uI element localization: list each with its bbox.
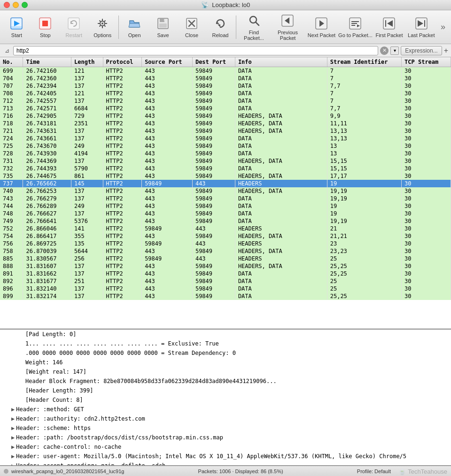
table-cell: HTTP2 — [103, 270, 142, 277]
col-header-tcp-stream[interactable]: TCP Stream — [402, 57, 451, 67]
table-row[interactable]: 74426.766289249HTTP244359849DATA1930 — [0, 202, 451, 210]
table-cell: 59849 — [192, 292, 235, 300]
table-cell: 443 — [142, 90, 193, 97]
col-header-no[interactable]: No. — [0, 57, 23, 67]
table-cell: HTTP2 — [103, 187, 142, 195]
table-cell: 30 — [402, 195, 451, 202]
detail-line[interactable]: ▶Header: :authority: cdn2.http2test.com — [0, 414, 451, 423]
table-cell: 59849 — [192, 217, 235, 225]
add-filter-button[interactable]: + — [444, 46, 448, 55]
minimize-window-button[interactable] — [13, 2, 19, 8]
table-cell: DATA — [235, 82, 327, 90]
filter-input[interactable] — [13, 46, 378, 55]
col-header-protocol[interactable]: Protocol — [103, 57, 142, 67]
expand-icon[interactable]: ▶ — [11, 461, 15, 466]
table-cell: 725 — [0, 142, 23, 150]
table-cell: 721 — [0, 127, 23, 135]
previous-packet-button[interactable]: Previous Packet — [271, 13, 305, 42]
table-row[interactable]: 72826.7439304194HTTP244359849DATA1330 — [0, 150, 451, 157]
col-header-length[interactable]: Length — [71, 57, 103, 67]
detail-line[interactable]: ▶Header: :method: GET — [0, 405, 451, 414]
expand-icon[interactable]: ▶ — [11, 424, 15, 432]
expression-button[interactable]: Expression... — [401, 46, 442, 55]
table-cell: 59849 — [142, 240, 193, 247]
filter-arrow-button[interactable]: ▾ — [390, 46, 399, 55]
table-row[interactable]: 74826.766627137HTTP244359849DATA1930 — [0, 210, 451, 217]
col-header-stream-id[interactable]: Stream Identifier — [327, 57, 401, 67]
table-row[interactable]: 71326.7425716684HTTP244359849DATA7,730 — [0, 105, 451, 112]
table-cell: 25 — [327, 285, 401, 292]
col-header-src-port[interactable]: Source Port — [142, 57, 193, 67]
table-row[interactable]: 89131.831662137HTTP244359849DATA25,2530 — [0, 270, 451, 277]
expand-icon[interactable]: ▶ — [11, 433, 15, 442]
detail-text: Header: :method: GET — [16, 405, 84, 414]
options-button[interactable]: Options — [89, 13, 117, 42]
table-cell: 30 — [402, 292, 451, 300]
table-row[interactable]: 75426.866417355HTTP244359849HEADERS, DAT… — [0, 232, 451, 240]
table-row[interactable]: 72426.743661137HTTP244359849DATA13,1330 — [0, 135, 451, 142]
table-row[interactable]: 74926.7666415376HTTP244359849DATA19,1930 — [0, 217, 451, 225]
find-packet-button[interactable]: Find Packet... — [238, 13, 269, 42]
table-row[interactable]: 75626.869725135HTTP259849443HEADERS2330 — [0, 240, 451, 247]
table-cell: 31.831677 — [23, 277, 71, 285]
col-header-time[interactable]: Time — [23, 57, 71, 67]
col-header-dst-port[interactable]: Dest Port — [192, 57, 235, 67]
table-row[interactable]: 72526.743670249HTTP244359849DATA1330 — [0, 142, 451, 150]
table-row[interactable]: 73226.7443935790HTTP244359849DATA15,1530 — [0, 165, 451, 172]
expand-icon[interactable]: ▶ — [11, 452, 15, 461]
table-row[interactable]: 71226.742557137HTTP244359849DATA730 — [0, 97, 451, 105]
table-row[interactable]: 73126.744369137HTTP244359849HEADERS, DAT… — [0, 157, 451, 165]
table-row[interactable]: 75226.866046141HTTP259849443HEADERS2130 — [0, 225, 451, 232]
restart-button[interactable]: Restart — [60, 13, 88, 42]
table-row[interactable]: 88831.831607137HTTP244359849HEADERS, DAT… — [0, 262, 451, 270]
table-cell: 249 — [71, 202, 103, 210]
table-row[interactable]: 89931.832174137HTTP244359849DATA25,2530 — [0, 292, 451, 300]
table-row[interactable]: 70426.742360137HTTP244359849DATA730 — [0, 75, 451, 82]
close-button[interactable]: Close — [178, 13, 206, 42]
table-row[interactable]: 75826.8700395644HTTP244359849HEADERS, DA… — [0, 247, 451, 255]
table-row[interactable]: 70826.742405121HTTP244359849DATA730 — [0, 90, 451, 97]
table-cell: 59849 — [192, 195, 235, 202]
table-row[interactable]: 72126.743631137HTTP244359849HEADERS, DAT… — [0, 127, 451, 135]
goto-packet-button[interactable]: Go to Packet... — [338, 13, 373, 42]
stop-button[interactable]: Stop — [31, 13, 59, 42]
table-row[interactable]: 74026.766253137HTTP244359849HEADERS, DAT… — [0, 187, 451, 195]
col-header-info[interactable]: Info — [235, 57, 327, 67]
toolbar-more-button[interactable]: » — [438, 20, 448, 34]
next-packet-button[interactable]: Next Packet — [306, 13, 337, 42]
table-row[interactable]: 70726.742394137HTTP244359849DATA7,730 — [0, 82, 451, 90]
detail-line[interactable]: ▶Header: :path: /bootstrap/docs/dist/css… — [0, 433, 451, 442]
table-cell: 443 — [142, 75, 193, 82]
table-row[interactable]: 73726.765662145HTTP259849443HEADERS1930 — [0, 180, 451, 187]
open-button[interactable]: Open — [121, 13, 148, 42]
filter-clear-button[interactable]: ✕ — [380, 46, 389, 55]
table-row[interactable]: 71826.7431812351HTTP244359849HEADERS, DA… — [0, 120, 451, 127]
first-packet-button[interactable]: First Packet — [373, 13, 404, 42]
expand-icon[interactable]: ▶ — [11, 405, 15, 414]
detail-line[interactable]: ▶Header: accept-encoding: gzip, deflate,… — [0, 461, 451, 466]
table-cell: 137 — [71, 75, 103, 82]
maximize-window-button[interactable] — [22, 2, 28, 8]
expand-icon[interactable]: ▶ — [11, 415, 15, 423]
detail-line[interactable]: ▶Header: cache-control: no-cache — [0, 442, 451, 452]
table-row[interactable]: 89231.831677251HTTP244359849DATA2530 — [0, 277, 451, 285]
start-button[interactable]: Start — [3, 13, 31, 42]
table-cell: 59849 — [192, 120, 235, 127]
table-cell: 137 — [71, 285, 103, 292]
reload-button[interactable]: Reload — [206, 13, 234, 42]
save-button[interactable]: Save — [149, 13, 177, 42]
detail-line[interactable]: ▶Header: :scheme: https — [0, 423, 451, 433]
table-row[interactable]: 71626.742905729HTTP244359849HEADERS, DAT… — [0, 112, 451, 120]
table-row[interactable]: 89631.832140137HTTP244359849DATA2530 — [0, 285, 451, 292]
table-cell: HTTP2 — [103, 127, 142, 135]
table-row[interactable]: 88531.830567256HTTP259849443HEADERS2530 — [0, 255, 451, 262]
close-window-button[interactable] — [4, 2, 10, 8]
table-cell: 30 — [402, 277, 451, 285]
table-row[interactable]: 69926.742160121HTTP244359849DATA730 — [0, 67, 451, 75]
detail-line[interactable]: ▶Header: user-agent: Mozilla/5.0 (Macint… — [0, 452, 451, 461]
last-packet-button[interactable]: Last Packet — [406, 13, 437, 42]
table-row[interactable]: 73526.744675861HTTP244359849HEADERS, DAT… — [0, 172, 451, 180]
table-cell: 30 — [402, 67, 451, 75]
expand-icon[interactable]: ▶ — [11, 443, 15, 451]
table-row[interactable]: 74326.766279137HTTP244359849DATA19,1930 — [0, 195, 451, 202]
